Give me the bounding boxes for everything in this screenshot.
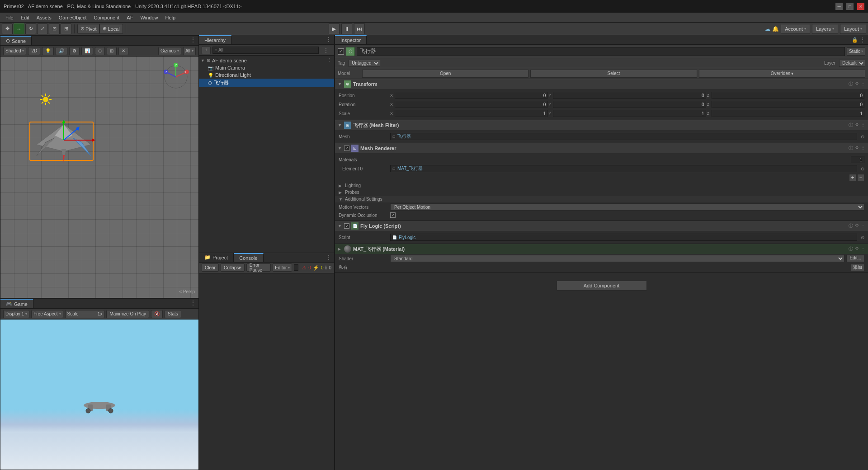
maximize-on-play-btn[interactable]: Maximize On Play	[106, 310, 149, 318]
inspector-panel-more[interactable]: ⋮	[860, 37, 865, 43]
additional-settings-section[interactable]: ▼ Additional Settings	[335, 196, 868, 202]
mesh-filter-header[interactable]: ▼ ⊞ 飞行器 (Mesh Filter) ⓘ ⚙ ⋮	[335, 120, 868, 130]
scene-dot-btn[interactable]: ⊙	[95, 47, 105, 55]
hierarchy-tab[interactable]: Hierarchy	[199, 35, 231, 44]
gizmos-dropdown[interactable]: Gizmos ▾	[158, 47, 181, 55]
rotate-tool[interactable]: ↻	[25, 24, 36, 34]
transform-header[interactable]: ▼ ⊕ Transform ⓘ ⚙ ⋮	[335, 79, 868, 89]
game-tab[interactable]: 🎮 Game	[0, 299, 33, 308]
hierarchy-item-main-camera[interactable]: 📷 Main Camera	[199, 64, 334, 71]
lighting-section[interactable]: ▶ Lighting	[335, 182, 868, 189]
pos-z-input[interactable]	[712, 92, 864, 99]
scene-more-icon[interactable]: ⋮	[327, 57, 332, 63]
obj-enabled-check[interactable]: ✓	[338, 48, 344, 55]
rot-x-input[interactable]	[395, 101, 547, 108]
pause-button[interactable]: ⏸	[341, 24, 352, 34]
menu-af[interactable]: AF	[123, 14, 137, 21]
inspector-lock-icon[interactable]: 🔒	[852, 37, 858, 43]
console-panel-more[interactable]: ⋮	[323, 253, 334, 262]
menu-help[interactable]: Help	[162, 14, 179, 21]
mesh-renderer-enable[interactable]: ✓	[344, 146, 349, 151]
menu-assets[interactable]: Assets	[33, 14, 55, 21]
menu-component[interactable]: Component	[90, 14, 123, 21]
lighting-btn[interactable]: 💡	[42, 47, 54, 55]
add-component-btn[interactable]: Add Component	[557, 281, 647, 291]
display-dropdown[interactable]: Display 1 ▾	[3, 310, 29, 318]
maximize-button[interactable]: □	[846, 3, 854, 10]
mesh-ref-field[interactable]: ⊡ 飞行器	[390, 133, 857, 140]
layout-button[interactable]: Layout ▾	[840, 24, 866, 34]
step-button[interactable]: ⏭	[354, 24, 365, 34]
script-ref[interactable]: 📄 FlyLogic	[390, 234, 857, 241]
material-settings-icon[interactable]: ⚙	[855, 246, 859, 252]
aspect-dropdown[interactable]: Free Aspect ▾	[31, 310, 63, 318]
console-tab[interactable]: Console	[234, 253, 263, 262]
mesh-renderer-menu-icon[interactable]: ⋮	[861, 145, 865, 151]
audio-btn[interactable]: 🔊	[56, 47, 67, 55]
scene-visibility-btn[interactable]: 📊	[81, 47, 93, 55]
element0-select-icon[interactable]: ⊙	[861, 166, 864, 171]
all-dropdown[interactable]: All ▾	[183, 47, 196, 55]
inspector-tab[interactable]: Inspector	[335, 35, 367, 44]
scale-tool[interactable]: ⤢	[37, 24, 48, 34]
open-btn[interactable]: Open	[362, 70, 528, 78]
fly-logic-menu-icon[interactable]: ⋮	[861, 223, 865, 229]
mesh-renderer-header[interactable]: ▼ ✓ ⊡ Mesh Renderer ⓘ ⚙ ⋮	[335, 143, 868, 153]
add-tag-btn[interactable]: 添加	[851, 264, 864, 271]
mesh-filter-settings-icon[interactable]: ⚙	[855, 122, 859, 128]
layers-button[interactable]: Layers ▾	[812, 24, 838, 34]
move-tool[interactable]: ↔	[14, 24, 24, 34]
tag-select[interactable]: Untagged	[349, 60, 380, 67]
rect-tool[interactable]: ⊡	[49, 24, 60, 34]
fly-logic-enable[interactable]: ✓	[344, 223, 349, 229]
console-clear-btn[interactable]: Clear	[202, 263, 219, 272]
shading-mode-dropdown[interactable]: Shaded ▾	[3, 47, 26, 55]
material-remove-btn[interactable]: −	[857, 174, 864, 181]
overrides-btn[interactable]: Overrides ▾	[699, 70, 865, 78]
menu-file[interactable]: File	[2, 14, 17, 21]
scene-view[interactable]: < Persp X Y	[0, 56, 198, 298]
fly-logic-header[interactable]: ▼ ✓ 📄 Fly Logic (Script) ⓘ ⚙ ⋮	[335, 221, 868, 231]
play-button[interactable]: ▶	[329, 24, 340, 34]
pos-x-input[interactable]	[395, 92, 547, 99]
fly-logic-settings-icon[interactable]: ⚙	[855, 223, 859, 229]
close-button[interactable]: ✕	[857, 3, 864, 10]
menu-gameobject[interactable]: GameObject	[55, 14, 90, 21]
pivot-btn[interactable]: ⊙ Pivot	[77, 24, 99, 34]
shader-select[interactable]: Standard	[390, 255, 844, 262]
local-btn[interactable]: ⊕ Local	[99, 24, 123, 34]
material-add-btn[interactable]: +	[849, 174, 856, 181]
scale-dropdown[interactable]: Scale ──── 1x	[65, 310, 105, 318]
mesh-ref-select-icon[interactable]: ⊙	[861, 134, 864, 139]
mesh-renderer-settings-icon[interactable]: ⚙	[855, 145, 859, 151]
mute-btn[interactable]: 🔇	[151, 310, 163, 318]
stats-btn[interactable]: Stats	[165, 310, 181, 318]
menu-edit[interactable]: Edit	[17, 14, 33, 21]
hand-tool[interactable]: ✥	[2, 24, 13, 34]
probes-section[interactable]: ▶ Probes	[335, 189, 868, 196]
material-header[interactable]: ▶ MAT_飞行器 (Material) ⓘ ⚙ ⋮	[335, 244, 868, 254]
scene-close-btn[interactable]: ✕	[118, 47, 128, 55]
obj-name-field[interactable]	[357, 47, 845, 56]
materials-count-input[interactable]	[851, 156, 864, 163]
project-tab[interactable]: 📁 Project	[199, 253, 234, 262]
account-button[interactable]: Account ▾	[781, 24, 810, 34]
effects-btn[interactable]: ⚙	[69, 47, 80, 55]
material-menu-icon[interactable]: ⋮	[861, 246, 865, 252]
mesh-renderer-info-icon[interactable]: ⓘ	[849, 145, 853, 151]
hierarchy-item-directional-light[interactable]: 💡 Directional Light	[199, 71, 334, 79]
scale-z-input[interactable]	[712, 110, 864, 117]
scale-x-input[interactable]	[395, 110, 547, 117]
dynamic-occlusion-check[interactable]: ✓	[390, 212, 396, 218]
mesh-filter-info-icon[interactable]: ⓘ	[849, 122, 853, 128]
2d-btn[interactable]: false2D	[28, 47, 40, 55]
hierarchy-add-btn[interactable]: +	[202, 46, 211, 54]
transform-settings-icon[interactable]: ⚙	[855, 81, 859, 87]
element0-ref[interactable]: ⊡ MAT_飞行器	[390, 165, 857, 172]
static-btn[interactable]: Static ▾	[847, 47, 865, 56]
scene-tab[interactable]: ⊙ Scene	[0, 36, 32, 45]
console-error-pause-btn[interactable]: Error Pause	[246, 263, 271, 272]
minimize-button[interactable]: ─	[835, 3, 843, 10]
hierarchy-search-input[interactable]: ≡ All	[212, 47, 319, 54]
console-editor-dropdown[interactable]: Editor ▾	[273, 263, 292, 272]
